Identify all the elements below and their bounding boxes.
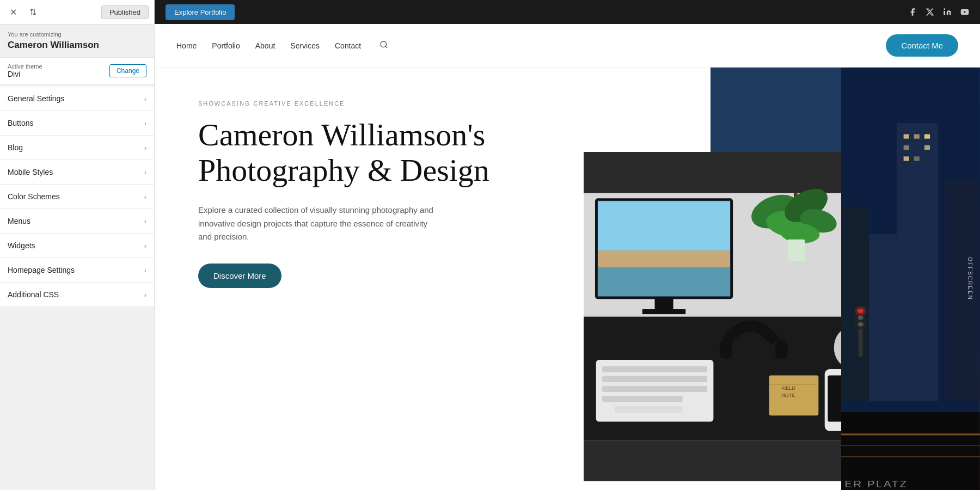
chevron-right-icon: › bbox=[144, 119, 146, 127]
svg-rect-27 bbox=[775, 340, 788, 359]
menu-item-mobile-styles[interactable]: Mobile Styles› bbox=[0, 160, 154, 185]
svg-text:NOTE: NOTE bbox=[782, 393, 795, 398]
menu-item-blog[interactable]: Blog› bbox=[0, 136, 154, 160]
chevron-right-icon: › bbox=[144, 95, 146, 103]
svg-point-51 bbox=[858, 315, 863, 320]
svg-text:FIELD: FIELD bbox=[782, 385, 796, 391]
svg-rect-22 bbox=[602, 376, 707, 382]
preview-topbar: Explore Portfolio bbox=[155, 0, 980, 24]
svg-rect-45 bbox=[924, 145, 930, 150]
chevron-right-icon: › bbox=[144, 266, 146, 274]
menu-item-label: Widgets bbox=[8, 241, 35, 250]
svg-point-52 bbox=[858, 322, 863, 327]
svg-point-0 bbox=[944, 8, 945, 10]
hero-right-images: FIELD NOTE bbox=[584, 68, 980, 490]
chevron-right-icon: › bbox=[144, 168, 146, 176]
menu-item-label: Blog bbox=[8, 143, 23, 152]
menu-item-label: General Settings bbox=[8, 94, 64, 103]
contact-me-button[interactable]: Contact Me bbox=[886, 34, 958, 57]
svg-rect-21 bbox=[602, 366, 707, 372]
offscreen-label: Offscreen bbox=[967, 257, 973, 301]
site-name-label: Cameron Williamson bbox=[0, 40, 154, 57]
svg-rect-54 bbox=[841, 412, 980, 490]
svg-line-3 bbox=[385, 46, 387, 48]
hero-description: Explore a curated collection of visually… bbox=[198, 204, 438, 244]
svg-rect-40 bbox=[841, 206, 869, 401]
menu-item-menus[interactable]: Menus› bbox=[0, 209, 154, 234]
svg-rect-43 bbox=[924, 134, 930, 139]
svg-rect-25 bbox=[615, 406, 683, 413]
hero-section: SHOWCASING CREATIVE EXCELLENCE Cameron W… bbox=[155, 68, 980, 490]
linkedin-icon[interactable] bbox=[943, 8, 952, 16]
active-theme-section: Active theme Divi Change bbox=[0, 57, 154, 84]
hero-tagline: SHOWCASING CREATIVE EXCELLENCE bbox=[198, 100, 551, 107]
menu-item-widgets[interactable]: Widgets› bbox=[0, 234, 154, 258]
facebook-icon[interactable] bbox=[908, 8, 917, 16]
chevron-right-icon: › bbox=[144, 242, 146, 250]
svg-rect-24 bbox=[602, 396, 683, 402]
svg-rect-38 bbox=[945, 179, 980, 401]
nav-services[interactable]: Services bbox=[290, 41, 320, 50]
svg-rect-44 bbox=[904, 145, 909, 150]
svg-rect-26 bbox=[720, 340, 732, 359]
svg-rect-18 bbox=[788, 240, 805, 261]
chevron-right-icon: › bbox=[144, 144, 146, 152]
svg-rect-7 bbox=[598, 201, 730, 251]
menu-item-additional-css[interactable]: Additional CSS› bbox=[0, 283, 154, 307]
nav-home[interactable]: Home bbox=[176, 41, 197, 50]
social-icons-group bbox=[908, 8, 969, 16]
svg-rect-11 bbox=[642, 309, 685, 314]
menu-item-label: Buttons bbox=[8, 119, 33, 127]
svg-rect-46 bbox=[904, 156, 909, 161]
svg-point-53 bbox=[855, 307, 866, 315]
twitter-x-icon[interactable] bbox=[926, 8, 934, 16]
settings-menu: General Settings›Buttons›Blog›Mobile Sty… bbox=[0, 87, 154, 307]
svg-rect-42 bbox=[914, 134, 920, 139]
panel-topbar: ✕ ⇅ Published bbox=[0, 0, 154, 24]
published-badge: Published bbox=[101, 5, 149, 19]
nav-contact[interactable]: Contact bbox=[335, 41, 361, 50]
customizer-panel: ✕ ⇅ Published You are customizing Camero… bbox=[0, 0, 155, 490]
menu-item-label: Color Schemes bbox=[8, 192, 60, 201]
chevron-right-icon: › bbox=[144, 291, 146, 299]
menu-item-label: Additional CSS bbox=[8, 290, 59, 299]
svg-text:ER PLATZ: ER PLATZ bbox=[845, 479, 908, 489]
menu-item-homepage-settings[interactable]: Homepage Settings› bbox=[0, 258, 154, 283]
menu-item-color-schemes[interactable]: Color Schemes› bbox=[0, 185, 154, 209]
menu-item-label: Homepage Settings bbox=[8, 266, 75, 274]
svg-rect-10 bbox=[655, 298, 673, 311]
menu-item-label: Mobile Styles bbox=[8, 168, 53, 176]
active-theme-label: Active theme bbox=[8, 63, 42, 70]
menu-item-general-settings[interactable]: General Settings› bbox=[0, 87, 154, 111]
close-button[interactable]: ✕ bbox=[5, 4, 21, 20]
chevron-right-icon: › bbox=[144, 217, 146, 225]
nav-links: Home Portfolio About Services Contact bbox=[176, 40, 886, 51]
hero-title: Cameron Williamson's Photography & Desig… bbox=[198, 118, 551, 188]
svg-rect-47 bbox=[914, 156, 920, 161]
chevron-right-icon: › bbox=[144, 193, 146, 201]
svg-rect-37 bbox=[897, 123, 938, 401]
menu-item-label: Menus bbox=[8, 217, 30, 225]
theme-name: Divi bbox=[8, 70, 42, 78]
hero-left-content: SHOWCASING CREATIVE EXCELLENCE Cameron W… bbox=[155, 68, 584, 490]
nav-portfolio[interactable]: Portfolio bbox=[212, 41, 240, 50]
youtube-icon[interactable] bbox=[960, 8, 969, 16]
svg-point-2 bbox=[381, 41, 387, 47]
city-photo: ER PLATZ Offscreen bbox=[841, 68, 980, 490]
svg-rect-23 bbox=[602, 386, 707, 392]
site-preview: Explore Portfolio Home Portfolio Abou bbox=[155, 0, 980, 490]
svg-rect-41 bbox=[904, 134, 909, 139]
site-navigation: Home Portfolio About Services Contact Co… bbox=[155, 24, 980, 68]
menu-item-buttons[interactable]: Buttons› bbox=[0, 111, 154, 136]
change-theme-button[interactable]: Change bbox=[109, 64, 146, 77]
discover-more-button[interactable]: Discover More bbox=[198, 264, 281, 288]
nav-about[interactable]: About bbox=[255, 41, 275, 50]
explore-portfolio-button[interactable]: Explore Portfolio bbox=[166, 4, 235, 20]
undo-redo-button[interactable]: ⇅ bbox=[25, 4, 40, 20]
search-icon[interactable] bbox=[379, 40, 388, 51]
customizing-label: You are customizing bbox=[0, 24, 154, 40]
svg-rect-9 bbox=[598, 267, 730, 296]
